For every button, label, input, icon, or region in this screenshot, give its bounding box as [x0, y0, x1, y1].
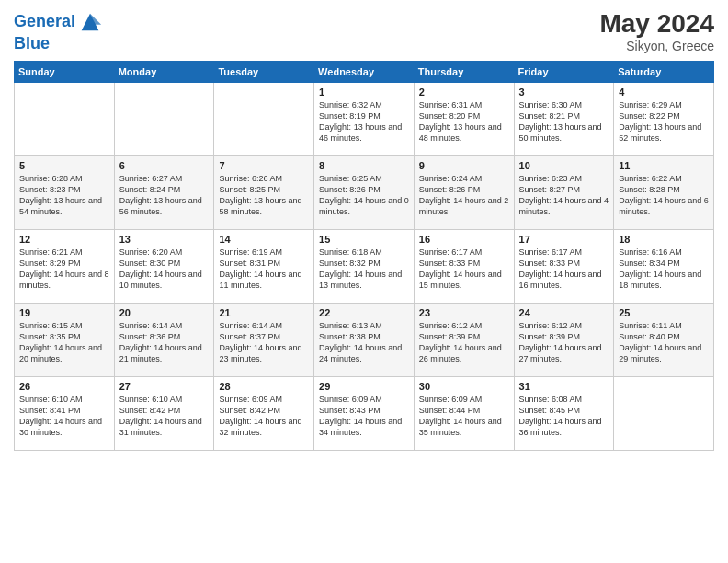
calendar-cell: 10Sunrise: 6:23 AMSunset: 8:27 PMDayligh…	[514, 156, 614, 230]
day-number: 24	[519, 307, 609, 318]
page: General Blue May 2024 Sikyon, Greece Sun…	[0, 0, 728, 563]
day-info: Sunrise: 6:21 AMSunset: 8:29 PMDaylight:…	[19, 247, 109, 292]
calendar-cell: 30Sunrise: 6:09 AMSunset: 8:44 PMDayligh…	[414, 377, 514, 451]
day-info: Sunrise: 6:30 AMSunset: 8:21 PMDaylight:…	[519, 99, 609, 144]
day-number: 21	[219, 307, 309, 318]
day-info: Sunrise: 6:18 AMSunset: 8:32 PMDaylight:…	[319, 247, 409, 292]
calendar-cell: 12Sunrise: 6:21 AMSunset: 8:29 PMDayligh…	[15, 230, 115, 304]
calendar-cell: 20Sunrise: 6:14 AMSunset: 8:36 PMDayligh…	[114, 304, 214, 377]
calendar-cell: 24Sunrise: 6:12 AMSunset: 8:39 PMDayligh…	[514, 304, 614, 377]
calendar-cell: 28Sunrise: 6:09 AMSunset: 8:42 PMDayligh…	[214, 377, 314, 451]
calendar-cell: 5Sunrise: 6:28 AMSunset: 8:23 PMDaylight…	[15, 156, 115, 230]
day-number: 29	[319, 381, 409, 392]
day-info: Sunrise: 6:26 AMSunset: 8:25 PMDaylight:…	[219, 173, 309, 218]
day-number: 16	[419, 234, 509, 245]
calendar-cell: 17Sunrise: 6:17 AMSunset: 8:33 PMDayligh…	[514, 230, 614, 304]
day-info: Sunrise: 6:14 AMSunset: 8:37 PMDaylight:…	[219, 320, 309, 365]
calendar-cell: 14Sunrise: 6:19 AMSunset: 8:31 PMDayligh…	[214, 230, 314, 304]
calendar-cell: 22Sunrise: 6:13 AMSunset: 8:38 PMDayligh…	[314, 304, 415, 377]
day-number: 18	[619, 234, 709, 245]
calendar-cell	[15, 83, 115, 156]
day-number: 23	[419, 307, 509, 318]
day-info: Sunrise: 6:13 AMSunset: 8:38 PMDaylight:…	[319, 320, 409, 365]
calendar-week-5: 26Sunrise: 6:10 AMSunset: 8:41 PMDayligh…	[15, 377, 714, 451]
logo-blue: Blue	[14, 35, 103, 53]
day-number: 17	[519, 234, 609, 245]
day-info: Sunrise: 6:17 AMSunset: 8:33 PMDaylight:…	[519, 247, 609, 292]
calendar-cell: 3Sunrise: 6:30 AMSunset: 8:21 PMDaylight…	[514, 83, 614, 156]
day-number: 12	[19, 234, 109, 245]
day-number: 25	[619, 307, 709, 318]
calendar-week-4: 19Sunrise: 6:15 AMSunset: 8:35 PMDayligh…	[15, 304, 714, 377]
day-number: 26	[19, 381, 109, 392]
day-info: Sunrise: 6:20 AMSunset: 8:30 PMDaylight:…	[119, 247, 210, 292]
day-number: 14	[219, 234, 309, 245]
calendar-cell: 21Sunrise: 6:14 AMSunset: 8:37 PMDayligh…	[214, 304, 314, 377]
day-info: Sunrise: 6:08 AMSunset: 8:45 PMDaylight:…	[519, 394, 609, 439]
day-number: 5	[19, 160, 109, 171]
day-info: Sunrise: 6:25 AMSunset: 8:26 PMDaylight:…	[319, 173, 409, 218]
day-number: 8	[319, 160, 409, 171]
day-info: Sunrise: 6:09 AMSunset: 8:43 PMDaylight:…	[319, 394, 409, 439]
col-tuesday: Tuesday	[214, 62, 314, 83]
day-info: Sunrise: 6:12 AMSunset: 8:39 PMDaylight:…	[419, 320, 509, 365]
day-info: Sunrise: 6:10 AMSunset: 8:42 PMDaylight:…	[119, 394, 210, 439]
day-info: Sunrise: 6:14 AMSunset: 8:36 PMDaylight:…	[119, 320, 210, 365]
day-number: 1	[319, 86, 409, 98]
calendar-cell: 15Sunrise: 6:18 AMSunset: 8:32 PMDayligh…	[314, 230, 415, 304]
day-number: 11	[619, 160, 709, 171]
col-friday: Friday	[514, 62, 614, 83]
header: General Blue May 2024 Sikyon, Greece	[14, 9, 714, 53]
day-number: 19	[19, 307, 109, 318]
day-number: 13	[119, 234, 210, 245]
day-number: 2	[419, 86, 509, 98]
calendar-cell: 16Sunrise: 6:17 AMSunset: 8:33 PMDayligh…	[414, 230, 514, 304]
calendar-cell: 7Sunrise: 6:26 AMSunset: 8:25 PMDaylight…	[214, 156, 314, 230]
day-number: 4	[619, 86, 709, 98]
calendar-cell: 2Sunrise: 6:31 AMSunset: 8:20 PMDaylight…	[414, 83, 514, 156]
day-info: Sunrise: 6:10 AMSunset: 8:41 PMDaylight:…	[19, 394, 109, 439]
day-info: Sunrise: 6:16 AMSunset: 8:34 PMDaylight:…	[619, 247, 709, 292]
calendar-cell: 25Sunrise: 6:11 AMSunset: 8:40 PMDayligh…	[614, 304, 714, 377]
logo-icon	[77, 9, 103, 35]
day-number: 6	[119, 160, 210, 171]
calendar-week-1: 1Sunrise: 6:32 AMSunset: 8:19 PMDaylight…	[15, 83, 714, 156]
calendar-cell: 11Sunrise: 6:22 AMSunset: 8:28 PMDayligh…	[614, 156, 714, 230]
calendar: Sunday Monday Tuesday Wednesday Thursday…	[14, 61, 714, 451]
col-thursday: Thursday	[414, 62, 514, 83]
day-number: 15	[319, 234, 409, 245]
calendar-cell: 31Sunrise: 6:08 AMSunset: 8:45 PMDayligh…	[514, 377, 614, 451]
day-number: 28	[219, 381, 309, 392]
day-number: 9	[419, 160, 509, 171]
calendar-cell: 1Sunrise: 6:32 AMSunset: 8:19 PMDaylight…	[314, 83, 415, 156]
calendar-week-3: 12Sunrise: 6:21 AMSunset: 8:29 PMDayligh…	[15, 230, 714, 304]
day-info: Sunrise: 6:09 AMSunset: 8:42 PMDaylight:…	[219, 394, 309, 439]
day-number: 20	[119, 307, 210, 318]
col-saturday: Saturday	[614, 62, 714, 83]
day-info: Sunrise: 6:23 AMSunset: 8:27 PMDaylight:…	[519, 173, 609, 218]
day-info: Sunrise: 6:09 AMSunset: 8:44 PMDaylight:…	[419, 394, 509, 439]
col-wednesday: Wednesday	[314, 62, 415, 83]
calendar-week-2: 5Sunrise: 6:28 AMSunset: 8:23 PMDaylight…	[15, 156, 714, 230]
calendar-cell: 13Sunrise: 6:20 AMSunset: 8:30 PMDayligh…	[114, 230, 214, 304]
day-number: 30	[419, 381, 509, 392]
calendar-cell: 26Sunrise: 6:10 AMSunset: 8:41 PMDayligh…	[15, 377, 115, 451]
month-year: May 2024	[599, 9, 714, 39]
calendar-cell: 4Sunrise: 6:29 AMSunset: 8:22 PMDaylight…	[614, 83, 714, 156]
calendar-cell: 19Sunrise: 6:15 AMSunset: 8:35 PMDayligh…	[15, 304, 115, 377]
day-info: Sunrise: 6:31 AMSunset: 8:20 PMDaylight:…	[419, 99, 509, 144]
calendar-cell	[214, 83, 314, 156]
day-info: Sunrise: 6:29 AMSunset: 8:22 PMDaylight:…	[619, 99, 709, 144]
calendar-cell: 23Sunrise: 6:12 AMSunset: 8:39 PMDayligh…	[414, 304, 514, 377]
day-number: 3	[519, 86, 609, 98]
day-number: 27	[119, 381, 210, 392]
day-info: Sunrise: 6:22 AMSunset: 8:28 PMDaylight:…	[619, 173, 709, 218]
calendar-cell	[114, 83, 214, 156]
logo-text: General	[14, 13, 75, 31]
calendar-cell: 9Sunrise: 6:24 AMSunset: 8:26 PMDaylight…	[414, 156, 514, 230]
logo: General Blue	[14, 9, 103, 53]
day-number: 10	[519, 160, 609, 171]
day-info: Sunrise: 6:12 AMSunset: 8:39 PMDaylight:…	[519, 320, 609, 365]
calendar-body: 1Sunrise: 6:32 AMSunset: 8:19 PMDaylight…	[15, 83, 714, 451]
calendar-cell: 29Sunrise: 6:09 AMSunset: 8:43 PMDayligh…	[314, 377, 415, 451]
